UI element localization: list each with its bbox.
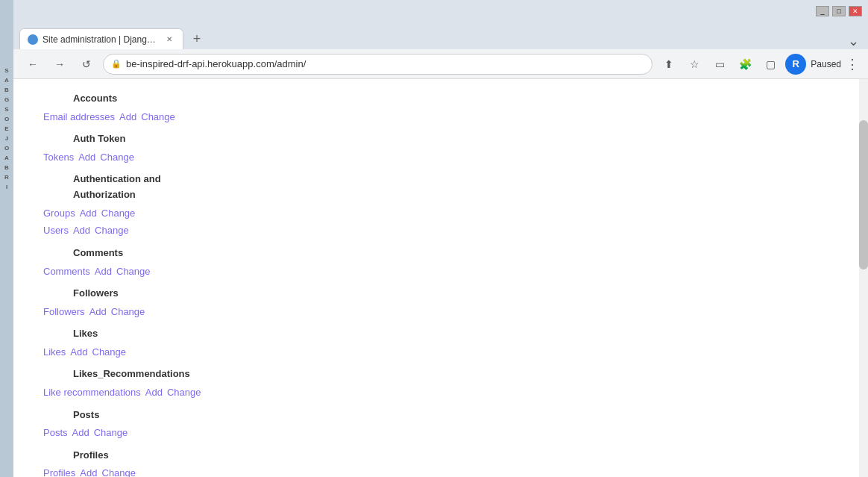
like-recommendations-link[interactable]: Like recommendations	[43, 384, 141, 401]
active-tab[interactable]: Site administration | Django site ✕	[19, 28, 183, 49]
followers-add-link[interactable]: Add	[89, 303, 107, 320]
section-header-auth: Authentication and Authorization	[28, 172, 853, 203]
followers-link[interactable]: Followers	[43, 303, 85, 320]
profile-avatar[interactable]: R	[785, 54, 806, 75]
list-item: Groups Add Change	[28, 205, 853, 222]
security-lock-icon: 🔒	[111, 59, 122, 69]
followers-change-link[interactable]: Change	[111, 303, 145, 320]
share-icon[interactable]: ⬆	[658, 54, 679, 75]
posts-link[interactable]: Posts	[43, 424, 68, 441]
groups-change-link[interactable]: Change	[101, 205, 136, 222]
minimize-button[interactable]: _	[816, 6, 829, 16]
comments-add-link[interactable]: Add	[95, 263, 112, 280]
new-tab-button[interactable]: +	[186, 28, 207, 49]
comments-change-link[interactable]: Change	[116, 263, 151, 280]
users-add-link[interactable]: Add	[73, 222, 90, 239]
tabs-bar: Site administration | Django site ✕ + ⌄	[13, 24, 868, 49]
like-recommendations-add-link[interactable]: Add	[145, 384, 163, 401]
tab-close-button[interactable]: ✕	[163, 34, 175, 46]
list-item: Like recommendations Add Change	[28, 384, 853, 401]
left-edge: S A B G S O E J O A B R I	[0, 0, 13, 477]
tokens-add-link[interactable]: Add	[78, 149, 95, 166]
section-header-auth-token: Auth Token	[28, 131, 853, 147]
admin-content: Accounts Email addresses Add Change Auth…	[13, 79, 868, 477]
tab-favicon	[28, 34, 38, 45]
tab-title: Site administration | Django site	[43, 34, 159, 45]
likes-link[interactable]: Likes	[43, 343, 66, 361]
bookmark-icon[interactable]: ☆	[684, 54, 705, 75]
tokens-change-link[interactable]: Change	[100, 149, 134, 166]
browser-menu-button[interactable]: ⋮	[846, 56, 859, 72]
email-addresses-change-link[interactable]: Change	[141, 108, 175, 125]
section-header-accounts: Accounts	[28, 91, 853, 107]
forward-button[interactable]: →	[49, 54, 70, 75]
posts-add-link[interactable]: Add	[72, 424, 89, 441]
groups-link[interactable]: Groups	[43, 205, 75, 222]
list-item: Users Add Change	[28, 222, 853, 239]
like-recommendations-change-link[interactable]: Change	[167, 384, 201, 401]
section-header-comments: Comments	[28, 246, 853, 261]
page-content: Accounts Email addresses Add Change Auth…	[13, 79, 868, 477]
list-item: Posts Add Change	[28, 424, 853, 441]
email-addresses-link[interactable]: Email addresses	[43, 108, 115, 125]
section-header-likes-recommendations: Likes_Recommendations	[28, 367, 853, 382]
browser-action-icons: ⬆ ☆ ▭ 🧩 ▢ R Paused ⋮	[658, 54, 859, 75]
list-item: Profiles Add Change	[28, 464, 853, 477]
comments-link[interactable]: Comments	[43, 263, 90, 280]
list-item: Email addresses Add Change	[28, 108, 853, 125]
navigation-bar: ← → ↺ 🔒 be-inspired-drf-api.herokuapp.co…	[13, 49, 868, 79]
list-item: Likes Add Change	[28, 343, 853, 361]
browser-window: S A B G S O E J O A B R I _ □ ✕ Sit	[0, 0, 868, 477]
users-link[interactable]: Users	[43, 222, 69, 239]
cast-icon[interactable]: ▭	[709, 54, 730, 75]
profiles-add-link[interactable]: Add	[80, 464, 97, 477]
section-header-profiles: Profiles	[28, 448, 853, 464]
list-item: Followers Add Change	[28, 303, 853, 320]
posts-change-link[interactable]: Change	[94, 424, 128, 441]
back-button[interactable]: ←	[22, 54, 43, 75]
title-bar: S A B G S O E J O A B R I _ □ ✕	[0, 0, 868, 24]
email-addresses-add-link[interactable]: Add	[119, 108, 136, 125]
groups-add-link[interactable]: Add	[80, 205, 97, 222]
sidebar-icon[interactable]: ▢	[760, 54, 781, 75]
url-text: be-inspired-drf-api.herokuapp.com/admin/	[126, 58, 644, 69]
tokens-link[interactable]: Tokens	[43, 149, 74, 166]
refresh-button[interactable]: ↺	[76, 54, 97, 75]
paused-button[interactable]: Paused	[811, 55, 841, 73]
profiles-link[interactable]: Profiles	[43, 464, 75, 477]
scrollbar-thumb[interactable]	[859, 120, 868, 269]
tab-expand-button[interactable]: ⌄	[848, 33, 859, 49]
list-item: Tokens Add Change	[28, 149, 853, 166]
scrollbar-track[interactable]	[859, 79, 868, 477]
close-button[interactable]: ✕	[849, 6, 862, 16]
section-header-posts: Posts	[28, 408, 853, 423]
likes-add-link[interactable]: Add	[70, 343, 87, 361]
section-header-likes: Likes	[28, 326, 853, 342]
likes-change-link[interactable]: Change	[92, 343, 127, 361]
profiles-change-link[interactable]: Change	[102, 464, 136, 477]
extensions-icon[interactable]: 🧩	[735, 54, 755, 75]
address-bar[interactable]: 🔒 be-inspired-drf-api.herokuapp.com/admi…	[103, 54, 652, 75]
section-header-followers: Followers	[28, 286, 853, 302]
maximize-button[interactable]: □	[832, 6, 846, 16]
list-item: Comments Add Change	[28, 263, 853, 280]
users-change-link[interactable]: Change	[95, 222, 129, 239]
